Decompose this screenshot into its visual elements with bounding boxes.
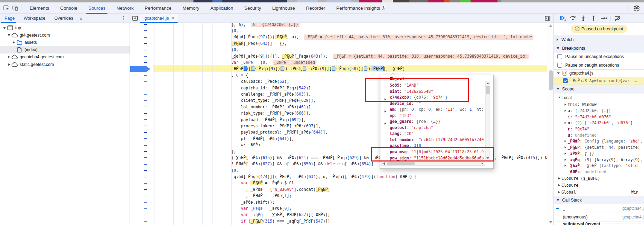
code-line[interactable]: _ԛ϶бɗ[_Ṗ϶ԛ϶(474)])(_ṖЯɗṖ, _϶Ṗϐ϶(634), u,… xyxy=(153,174,547,180)
code-line-executing[interactable]: _ЯṖ϶Ṗ[_Ṗ϶ԛ϶(9)])(_϶Ṗбɗ[_϶Ṗϐ϶(9)][_Ṗ϶ԛ϶(5… xyxy=(153,66,547,72)
inspect-element-button[interactable] xyxy=(2,3,11,12)
code-line[interactable]: _϶Ṗϐ϶.shift(); xyxy=(153,199,547,205)
scope-variable-row[interactable]: _϶ԛṖԛ: (9) [Array(9), Array(9), xyxy=(554,157,644,163)
step-button[interactable] xyxy=(599,14,609,22)
scope-section-row[interactable]: GlobalWindow xyxy=(554,189,644,196)
line-number-dash[interactable] xyxy=(144,50,147,50)
scope-variable-row[interactable]: this: Window xyxy=(554,102,644,108)
settings-button[interactable] xyxy=(632,3,641,12)
navigator-more-tabs[interactable]: » xyxy=(78,14,85,23)
line-number-dash[interactable] xyxy=(144,126,147,126)
line-number-dash[interactable] xyxy=(144,164,147,165)
panel-tab-console[interactable]: Console xyxy=(55,2,83,14)
step-location-marker[interactable] xyxy=(251,66,256,71)
expand-arrow-closed[interactable] xyxy=(13,41,15,44)
expand-arrow[interactable] xyxy=(558,191,560,193)
line-number-dash[interactable] xyxy=(144,113,147,114)
frame-file-location[interactable]: gcaptcha4.js xyxy=(623,215,644,219)
line-number-dash[interactable] xyxy=(144,221,147,222)
panel-tab-performance-insights[interactable]: Performance insights xyxy=(331,2,391,14)
scope-variable-row[interactable]: _϶ṖЯṖ: ƒ () xyxy=(554,150,644,157)
scope-variable-row[interactable]: o: (2) ['c74d2cb0', 'd076'] xyxy=(554,120,644,126)
pause-uncaught-checkbox[interactable] xyxy=(557,54,562,59)
popup-horizontal-scrollbar[interactable] xyxy=(381,161,485,166)
breakpoint-checkbox[interactable] xyxy=(563,78,568,83)
tree-item-gcaptcha4-geetest-com[interactable]: gcaptcha4.geetest.com xyxy=(0,53,130,61)
code-line[interactable]: var _϶ԛṖԛ = _Ɣ϶ƄṖ[_ṖЯɗṖ(637)](_ϐЯṖ϶); xyxy=(153,212,547,218)
current-step-marker[interactable] xyxy=(244,66,248,71)
line-number-dash[interactable] xyxy=(144,183,147,184)
code-line[interactable]: , _ṖЯɗṖ = _϶Ṗϐ϶[1]; xyxy=(153,193,547,199)
step-location-marker[interactable] xyxy=(332,66,337,71)
scope-section-row[interactable]: Closure xyxy=(554,182,644,189)
expand-arrow[interactable] xyxy=(558,177,560,179)
call-stack-section-header[interactable]: Call Stack xyxy=(554,196,644,204)
line-number-dash[interactable] xyxy=(144,37,147,38)
expand-arrow[interactable] xyxy=(385,110,386,112)
line-number-dash[interactable] xyxy=(144,100,147,101)
line-number-dash[interactable] xyxy=(144,202,147,203)
code-line[interactable]: _ṖҔƄṖ[_Ṗ϶ԛ϶(643)] = {}, xyxy=(153,40,547,47)
line-number-dash[interactable] xyxy=(144,119,147,120)
expand-arrow-closed[interactable] xyxy=(8,56,10,58)
line-number-dash[interactable] xyxy=(144,170,147,171)
pause-uncaught-row[interactable]: Pause on uncaught exceptions xyxy=(554,52,644,61)
step-over-button[interactable] xyxy=(568,14,578,22)
expand-arrow[interactable] xyxy=(565,165,566,167)
scope-variable-row[interactable]: a: {c74d2cb0: {…}} xyxy=(554,108,644,114)
expand-arrow[interactable] xyxy=(385,123,386,125)
panel-tab-application[interactable]: Application xyxy=(205,2,239,14)
tree-item-gt4-geetest-com[interactable]: gt4.geetest.com xyxy=(0,31,130,39)
code-line[interactable]: _ʠɗṖб[_϶Ṗϐ϶(9)])([], _ṖҔƄṖ[_Ṗ϶ԛ϶(643)]);… xyxy=(153,53,547,59)
expand-arrow[interactable] xyxy=(565,140,566,142)
navigator-tab-overrides[interactable]: Overrides xyxy=(50,14,78,23)
call-stack-frame-anonymous[interactable]: (anonymous)gcaptcha4.js xyxy=(554,213,644,222)
line-number-dash[interactable] xyxy=(144,62,147,63)
expand-arrow[interactable] xyxy=(565,146,566,148)
line-number-dash[interactable] xyxy=(144,56,147,57)
tree-item-assets[interactable]: assets xyxy=(0,39,130,46)
code-line[interactable]: (0, xyxy=(153,28,547,34)
scope-local-row[interactable]: Local xyxy=(554,94,644,102)
line-number-dash[interactable] xyxy=(144,208,147,209)
breakpoint-entry[interactable]: _ṖԛṖ϶.$_Ap=function(){var _… xyxy=(554,77,644,85)
scope-section-header[interactable]: Scope xyxy=(554,85,644,94)
toggle-debugger-sidebar-button[interactable] xyxy=(542,16,553,21)
panel-tab-sources[interactable]: Sources xyxy=(83,2,111,14)
scope-variable-row[interactable]: u: undefined xyxy=(554,132,644,138)
editor-scrollbar[interactable] xyxy=(548,23,553,225)
panel-tab-performance[interactable]: Performance xyxy=(139,2,177,14)
popup-property-gee_guard[interactable]: gee_guard: {roe: {…}} xyxy=(380,119,486,125)
tree-item-static-geetest-com[interactable]: static.geetest.com xyxy=(0,61,130,68)
scope-variable-row[interactable]: _ƔƄ϶Ṗ: _Ɣ϶ƄṖ {lastType: 'slid xyxy=(554,163,644,169)
line-number-dash[interactable] xyxy=(144,189,147,190)
panel-tab-memory[interactable]: Memory xyxy=(177,2,205,14)
navigator-tab-page[interactable]: Page xyxy=(0,14,19,23)
tree-item-top[interactable]: top xyxy=(0,24,130,31)
device-toolbar-button[interactable] xyxy=(11,3,20,12)
step-location-marker[interactable] xyxy=(364,66,368,71)
popup-property-em[interactable]: em: {ph: 0, cp: 0, ek: '11', wd: 1, nt: xyxy=(380,107,486,113)
editor-gutter[interactable] xyxy=(130,23,151,225)
line-number-dash[interactable] xyxy=(144,81,147,82)
panel-tab-network[interactable]: Network xyxy=(111,2,139,14)
scope-variable-row[interactable]: _ϐЯṖ϶: undefined xyxy=(554,169,644,175)
line-number-dash[interactable] xyxy=(144,94,147,95)
code-line[interactable]: var _ṖҔƄṖ = _ṖԛṖ϶.$_Cl xyxy=(153,180,547,186)
line-number-dash[interactable] xyxy=(144,43,147,44)
panel-tab-lighthouse[interactable]: Lighthouse xyxy=(267,2,301,14)
code-line[interactable]: var _Ṗ϶ԛ϶ = _϶Ṗϐ϶[0]; xyxy=(153,205,547,212)
line-number-dash[interactable] xyxy=(144,157,147,158)
pause-caught-checkbox[interactable] xyxy=(557,63,562,68)
line-number-dash[interactable] xyxy=(144,30,147,31)
code-line[interactable]: if (_ṖҔƄṖ(315) === _϶ԛṖԛ[_ṖЯɗṖ(547)]) xyxy=(153,218,547,224)
line-number-dash[interactable] xyxy=(144,107,147,107)
expand-arrow[interactable] xyxy=(565,122,566,124)
expand-arrow[interactable] xyxy=(565,159,566,161)
code-line[interactable]: (0, xyxy=(153,47,547,53)
resume-script-button[interactable] xyxy=(557,14,568,22)
expand-arrow-open[interactable] xyxy=(8,34,10,36)
expand-arrow[interactable] xyxy=(565,104,566,106)
step-into-button[interactable] xyxy=(578,14,588,22)
expand-arrow[interactable] xyxy=(565,110,566,112)
